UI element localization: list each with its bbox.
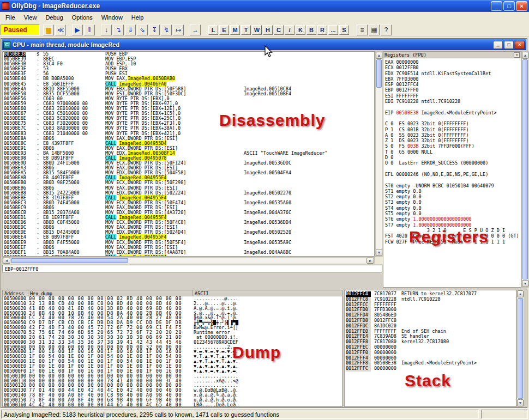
disassembly-row[interactable]: 0050BED6 . 8B0D C8F45000 MOV ECX,DWORD P… xyxy=(3,220,374,225)
register-line[interactable]: ST7 empty 1.0000000000000000000 xyxy=(385,222,521,228)
disassembly-row[interactable]: 0050BEF7 . E8 F896F8FF CALLImageRed.0049… xyxy=(3,255,374,257)
register-line[interactable]: EBP 0012FFF0 xyxy=(385,87,521,93)
stack-row[interactable]: 0012FFFC 00000000 xyxy=(345,366,516,372)
info-pane[interactable]: EBP=0012FFF0 xyxy=(2,265,382,272)
stack-row[interactable]: 0012FFE8 7C817080 kernel32.7C817080 xyxy=(345,339,516,345)
stack-row[interactable]: 0012FFF8 0050BE38 ImageRed.<ModuleEntryP… xyxy=(345,361,516,366)
registers-collapse-button[interactable]: < xyxy=(514,52,520,58)
disassembly-row[interactable]: 0050BEC3 . 8B0D 74F45000 MOV ECX,DWORD P… xyxy=(3,200,374,205)
register-line[interactable] xyxy=(385,177,521,182)
scroll-thumb[interactable] xyxy=(518,298,523,399)
register-line[interactable]: EIP 0050BE38 ImageRed.<ModuleEntryPoint> xyxy=(385,110,521,115)
scroll-up-arrow-icon[interactable]: ▲ xyxy=(522,52,528,59)
open-file-button[interactable]: ▆ xyxy=(43,25,54,35)
cpu-restore-button[interactable]: □ xyxy=(504,41,514,49)
dump-row[interactable]: 00500160 4C 42 40 00 00 00 00 00|44 65 4… xyxy=(3,403,342,407)
register-line[interactable]: ESI FFFFFFFF xyxy=(385,93,521,99)
register-line[interactable] xyxy=(385,104,521,109)
scroll-thumb[interactable] xyxy=(522,59,528,279)
letter-button[interactable]: R xyxy=(317,25,327,35)
scroll-down-arrow-icon[interactable]: ▼ xyxy=(376,249,382,256)
step-into-button[interactable]: ↓ xyxy=(101,25,112,35)
scroll-thumb[interactable] xyxy=(11,258,128,263)
letter-button[interactable]: C xyxy=(274,25,284,35)
disassembly-row[interactable]: 0050BEE9 . 8B0D F4F55000 MOV ECX,DWORD P… xyxy=(3,240,374,245)
help-button[interactable]: ? xyxy=(381,25,392,35)
stack-row[interactable]: 0012FFD4 8054B6ED xyxy=(345,313,516,318)
register-line[interactable]: D 0 xyxy=(385,155,521,160)
register-line[interactable]: A 0 SS 0023 32bit 0(FFFFFFFF) xyxy=(385,132,521,138)
cpu-minimize-button[interactable]: _ xyxy=(493,41,503,49)
windows-list-button[interactable]: ≡ xyxy=(357,25,368,35)
animate-over-button[interactable]: ⇘ xyxy=(137,25,148,35)
disassembly-row[interactable]: 0050BE38 $ 55 PUSH EBP xyxy=(3,52,374,57)
register-line[interactable]: ST0 empty -UNORM BCBC 01050104 00640079 xyxy=(385,183,521,188)
disassembly-row[interactable]: 0050BE3E . 53 PUSH EBX xyxy=(3,66,374,71)
register-line[interactable]: ESP 0012FFC4 xyxy=(385,82,521,87)
step-over-button[interactable]: ↴ xyxy=(113,25,124,35)
scroll-up-arrow-icon[interactable]: ▲ xyxy=(376,52,382,59)
disassembly-row[interactable]: 0050BE9D . 8B0D 24F15000 MOV ECX,DWORD P… xyxy=(3,161,374,166)
scroll-right-arrow-icon[interactable]: ► xyxy=(366,258,374,264)
stack-row[interactable]: 0012FFD0 7FFD3000 xyxy=(345,307,516,313)
letter-button[interactable]: M xyxy=(230,25,240,35)
register-line[interactable]: Z 1 DS 0023 32bit 0(FFFFFFFF) xyxy=(385,138,521,143)
disassembly-horizontal-scrollbar[interactable]: ◄ ► xyxy=(2,257,375,264)
menu-item[interactable]: View xyxy=(20,13,41,22)
animate-into-button[interactable]: ⇓ xyxy=(125,25,136,35)
scroll-down-arrow-icon[interactable]: ▼ xyxy=(522,280,528,287)
letter-button[interactable]: W xyxy=(252,25,262,35)
register-line[interactable]: P 1 CS 001B 32bit 0(FFFFFFFF) xyxy=(385,127,521,132)
registers-vertical-scrollbar[interactable]: ▲ ▼ xyxy=(521,51,529,288)
register-line[interactable]: EDX 7C90E514 ntdll.KiFastSystemCallRet xyxy=(385,71,521,76)
menu-item[interactable]: Debug xyxy=(41,13,67,22)
register-line[interactable] xyxy=(385,115,521,121)
letter-button[interactable]: / xyxy=(285,25,294,35)
menu-item[interactable]: Options xyxy=(68,13,97,22)
disassembly-row[interactable]: 0050BE3B . 83C4 F0 ADD ESP,-10 xyxy=(3,62,374,66)
letter-button[interactable]: S xyxy=(339,25,349,35)
register-line[interactable]: S 0 FS 003B 32bit 7FFDF000(FFF) xyxy=(385,143,521,149)
scroll-down-arrow-icon[interactable]: ▼ xyxy=(517,399,524,406)
cpu-close-button[interactable]: × xyxy=(515,41,525,49)
stack-row[interactable]: 0012FFEC 00000000 xyxy=(345,345,516,350)
letter-button[interactable]: H xyxy=(263,25,273,35)
menu-item[interactable]: Window xyxy=(97,13,127,22)
register-line[interactable]: ECX 0012FFB0 xyxy=(385,65,521,70)
register-line[interactable]: ST1 empty 0.0 xyxy=(385,188,521,194)
letter-button[interactable]: E xyxy=(219,25,229,35)
scroll-thumb[interactable] xyxy=(376,59,382,88)
stack-vertical-scrollbar[interactable]: ▲ ▼ xyxy=(516,290,524,407)
register-line[interactable]: O 0 LastErr ERROR_SUCCESS (00000000) xyxy=(385,160,521,166)
register-line[interactable]: ST5 empty 0.0 xyxy=(385,211,521,216)
trace-into-button[interactable]: ↧ xyxy=(149,25,160,35)
register-line[interactable]: T 0 GS 0000 NULL xyxy=(385,149,521,155)
menu-item[interactable]: Help xyxy=(127,13,148,22)
disassembly-row[interactable]: 0050BEB0 . 8B0D 98F25000 MOV ECX,DWORD P… xyxy=(3,180,374,185)
go-to-address-button[interactable]: → xyxy=(190,25,201,35)
scroll-left-arrow-icon[interactable]: ◄ xyxy=(3,258,10,264)
register-line[interactable]: EFL 00000246 (NO,NB,E,BE,NS,PE,GE,LE) xyxy=(385,172,521,177)
stack-row[interactable]: 0012FFD8 0012FFC8 xyxy=(345,318,516,324)
stack-row[interactable]: 0012FFF0 00000000 xyxy=(345,350,516,356)
register-line[interactable] xyxy=(385,166,521,172)
register-line[interactable]: ST2 empty 0.0 xyxy=(385,194,521,199)
disassembly-row[interactable]: 0050BE8C . E8 4397F8FF CALLImageRed.0049… xyxy=(3,141,374,146)
trace-over-button[interactable]: ↯ xyxy=(161,25,172,35)
restart-button[interactable]: ≪ xyxy=(55,25,66,35)
memory-map-button[interactable]: ▦ xyxy=(369,25,380,35)
stack-row[interactable]: 0012FFC8 7C910228 ntdll.7C910228 xyxy=(345,297,516,302)
execute-till-return-button[interactable]: ↦ xyxy=(173,25,184,35)
minimize-button[interactable]: _ xyxy=(491,1,502,11)
disassembly-row[interactable]: 0050BE83 . C683 21040000 00 MOV BYTE PTR… xyxy=(3,131,374,136)
letter-button[interactable]: L xyxy=(208,25,218,35)
disassembly-vertical-scrollbar[interactable]: ▲ ▼ xyxy=(375,51,383,257)
title-bar[interactable]: OllyDbg - ImageReducer.exe _ □ × xyxy=(0,0,529,12)
run-button[interactable]: ▶ xyxy=(72,25,83,35)
cpu-window-title-bar[interactable]: C CPU - main thread, module ImageRed _ □… xyxy=(2,39,526,50)
register-line[interactable]: C 0 ES 0023 32bit 0(FFFFFFFF) xyxy=(385,121,521,126)
register-line[interactable]: EDI 7C910228 ntdll.7C910228 xyxy=(385,99,521,104)
register-line[interactable]: EAX 00000000 xyxy=(385,59,521,65)
menu-item[interactable]: File xyxy=(1,13,20,22)
letter-button[interactable]: K xyxy=(296,25,305,35)
